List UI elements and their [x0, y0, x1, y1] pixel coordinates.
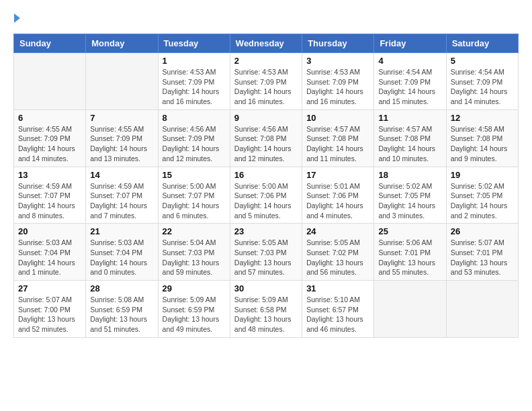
calendar-day-cell: 8Sunrise: 4:56 AM Sunset: 7:09 PM Daylig… [158, 109, 230, 167]
calendar-day-cell: 24Sunrise: 5:05 AM Sunset: 7:02 PM Dayli… [302, 224, 374, 281]
day-number: 14 [90, 170, 153, 180]
day-info: Sunrise: 4:53 AM Sunset: 7:09 PM Dayligh… [306, 67, 369, 107]
day-info: Sunrise: 5:07 AM Sunset: 7:00 PM Dayligh… [18, 295, 81, 334]
day-number: 20 [18, 226, 81, 236]
calendar-day-cell [86, 53, 158, 110]
day-number: 2 [234, 56, 298, 66]
calendar-week-row: 6Sunrise: 4:55 AM Sunset: 7:09 PM Daylig… [14, 109, 519, 167]
calendar-day-cell: 31Sunrise: 5:10 AM Sunset: 6:57 PM Dayli… [302, 281, 374, 338]
day-info: Sunrise: 4:55 AM Sunset: 7:09 PM Dayligh… [18, 124, 81, 164]
day-number: 29 [163, 283, 226, 293]
day-info: Sunrise: 4:56 AM Sunset: 7:08 PM Dayligh… [234, 124, 298, 164]
day-info: Sunrise: 5:00 AM Sunset: 7:06 PM Dayligh… [234, 181, 298, 221]
calendar-day-cell: 27Sunrise: 5:07 AM Sunset: 7:00 PM Dayli… [14, 281, 86, 338]
day-number: 8 [163, 113, 226, 123]
day-number: 22 [163, 226, 226, 236]
weekday-header: Monday [86, 34, 158, 53]
day-number: 3 [306, 56, 369, 66]
calendar-day-cell: 26Sunrise: 5:07 AM Sunset: 7:01 PM Dayli… [446, 224, 518, 281]
day-info: Sunrise: 5:01 AM Sunset: 7:06 PM Dayligh… [306, 181, 369, 221]
day-number: 27 [18, 283, 81, 293]
day-number: 15 [163, 170, 226, 180]
logo [13, 13, 20, 23]
calendar-day-cell: 9Sunrise: 4:56 AM Sunset: 7:08 PM Daylig… [230, 109, 302, 167]
weekday-header: Friday [374, 34, 446, 53]
calendar-day-cell: 17Sunrise: 5:01 AM Sunset: 7:06 PM Dayli… [302, 167, 374, 224]
calendar-day-cell: 18Sunrise: 5:02 AM Sunset: 7:05 PM Dayli… [374, 167, 446, 224]
calendar-day-cell [374, 281, 446, 338]
calendar-table: SundayMondayTuesdayWednesdayThursdayFrid… [13, 34, 519, 338]
calendar-day-cell: 7Sunrise: 4:55 AM Sunset: 7:09 PM Daylig… [86, 109, 158, 167]
calendar-header: SundayMondayTuesdayWednesdayThursdayFrid… [14, 34, 519, 53]
calendar-day-cell: 11Sunrise: 4:57 AM Sunset: 7:08 PM Dayli… [374, 109, 446, 167]
logo-triangle-icon [14, 13, 20, 23]
day-number: 7 [90, 113, 153, 123]
calendar-day-cell: 29Sunrise: 5:09 AM Sunset: 6:59 PM Dayli… [158, 281, 230, 338]
calendar-day-cell [446, 281, 518, 338]
day-number: 5 [451, 56, 514, 66]
day-info: Sunrise: 4:54 AM Sunset: 7:09 PM Dayligh… [378, 67, 441, 107]
calendar-day-cell: 6Sunrise: 4:55 AM Sunset: 7:09 PM Daylig… [14, 109, 86, 167]
weekday-header: Saturday [446, 34, 518, 53]
calendar-day-cell: 12Sunrise: 4:58 AM Sunset: 7:08 PM Dayli… [446, 109, 518, 167]
calendar-day-cell: 1Sunrise: 4:53 AM Sunset: 7:09 PM Daylig… [158, 53, 230, 110]
day-number: 30 [234, 283, 298, 293]
day-info: Sunrise: 4:55 AM Sunset: 7:09 PM Dayligh… [90, 124, 153, 164]
calendar-day-cell: 19Sunrise: 5:02 AM Sunset: 7:05 PM Dayli… [446, 167, 518, 224]
day-info: Sunrise: 4:53 AM Sunset: 7:09 PM Dayligh… [234, 67, 298, 107]
day-number: 17 [306, 170, 369, 180]
day-info: Sunrise: 5:09 AM Sunset: 6:58 PM Dayligh… [234, 295, 298, 334]
calendar-day-cell: 21Sunrise: 5:03 AM Sunset: 7:04 PM Dayli… [86, 224, 158, 281]
calendar-week-row: 13Sunrise: 4:59 AM Sunset: 7:07 PM Dayli… [14, 167, 519, 224]
calendar-week-row: 27Sunrise: 5:07 AM Sunset: 7:00 PM Dayli… [14, 281, 519, 338]
weekday-header: Thursday [302, 34, 374, 53]
day-number: 26 [451, 226, 514, 236]
day-info: Sunrise: 5:05 AM Sunset: 7:03 PM Dayligh… [234, 238, 298, 277]
day-number: 23 [234, 226, 298, 236]
calendar-week-row: 1Sunrise: 4:53 AM Sunset: 7:09 PM Daylig… [14, 53, 519, 110]
day-info: Sunrise: 4:59 AM Sunset: 7:07 PM Dayligh… [18, 181, 81, 221]
page-header [13, 13, 519, 23]
day-number: 21 [90, 226, 153, 236]
day-number: 12 [451, 113, 514, 123]
day-number: 10 [306, 113, 369, 123]
calendar-day-cell: 20Sunrise: 5:03 AM Sunset: 7:04 PM Dayli… [14, 224, 86, 281]
day-number: 16 [234, 170, 298, 180]
calendar-day-cell: 30Sunrise: 5:09 AM Sunset: 6:58 PM Dayli… [230, 281, 302, 338]
day-info: Sunrise: 5:00 AM Sunset: 7:07 PM Dayligh… [163, 181, 226, 221]
day-number: 31 [306, 283, 369, 293]
day-info: Sunrise: 5:05 AM Sunset: 7:02 PM Dayligh… [306, 238, 369, 277]
calendar-day-cell: 23Sunrise: 5:05 AM Sunset: 7:03 PM Dayli… [230, 224, 302, 281]
day-info: Sunrise: 4:57 AM Sunset: 7:08 PM Dayligh… [378, 124, 441, 164]
calendar-day-cell: 10Sunrise: 4:57 AM Sunset: 7:08 PM Dayli… [302, 109, 374, 167]
weekday-header: Tuesday [158, 34, 230, 53]
day-number: 19 [451, 170, 514, 180]
day-info: Sunrise: 5:02 AM Sunset: 7:05 PM Dayligh… [451, 181, 514, 221]
day-number: 1 [163, 56, 226, 66]
day-info: Sunrise: 5:03 AM Sunset: 7:04 PM Dayligh… [18, 238, 81, 277]
weekday-header-row: SundayMondayTuesdayWednesdayThursdayFrid… [14, 34, 519, 53]
day-info: Sunrise: 5:03 AM Sunset: 7:04 PM Dayligh… [90, 238, 153, 277]
day-info: Sunrise: 5:07 AM Sunset: 7:01 PM Dayligh… [451, 238, 514, 277]
calendar-day-cell: 14Sunrise: 4:59 AM Sunset: 7:07 PM Dayli… [86, 167, 158, 224]
day-info: Sunrise: 5:10 AM Sunset: 6:57 PM Dayligh… [306, 295, 369, 334]
day-info: Sunrise: 4:57 AM Sunset: 7:08 PM Dayligh… [306, 124, 369, 164]
calendar-week-row: 20Sunrise: 5:03 AM Sunset: 7:04 PM Dayli… [14, 224, 519, 281]
day-info: Sunrise: 5:09 AM Sunset: 6:59 PM Dayligh… [163, 295, 226, 334]
day-number: 18 [378, 170, 441, 180]
weekday-header: Sunday [14, 34, 86, 53]
calendar-day-cell: 3Sunrise: 4:53 AM Sunset: 7:09 PM Daylig… [302, 53, 374, 110]
day-number: 4 [378, 56, 441, 66]
day-info: Sunrise: 4:53 AM Sunset: 7:09 PM Dayligh… [163, 67, 226, 107]
day-info: Sunrise: 5:06 AM Sunset: 7:01 PM Dayligh… [378, 238, 441, 277]
day-number: 9 [234, 113, 298, 123]
day-info: Sunrise: 5:08 AM Sunset: 6:59 PM Dayligh… [90, 295, 153, 334]
calendar-day-cell: 5Sunrise: 4:54 AM Sunset: 7:09 PM Daylig… [446, 53, 518, 110]
day-info: Sunrise: 5:02 AM Sunset: 7:05 PM Dayligh… [378, 181, 441, 221]
calendar-day-cell: 13Sunrise: 4:59 AM Sunset: 7:07 PM Dayli… [14, 167, 86, 224]
calendar-day-cell: 22Sunrise: 5:04 AM Sunset: 7:03 PM Dayli… [158, 224, 230, 281]
weekday-header: Wednesday [230, 34, 302, 53]
day-info: Sunrise: 4:54 AM Sunset: 7:09 PM Dayligh… [451, 67, 514, 107]
day-number: 25 [378, 226, 441, 236]
calendar-body: 1Sunrise: 4:53 AM Sunset: 7:09 PM Daylig… [14, 53, 519, 338]
